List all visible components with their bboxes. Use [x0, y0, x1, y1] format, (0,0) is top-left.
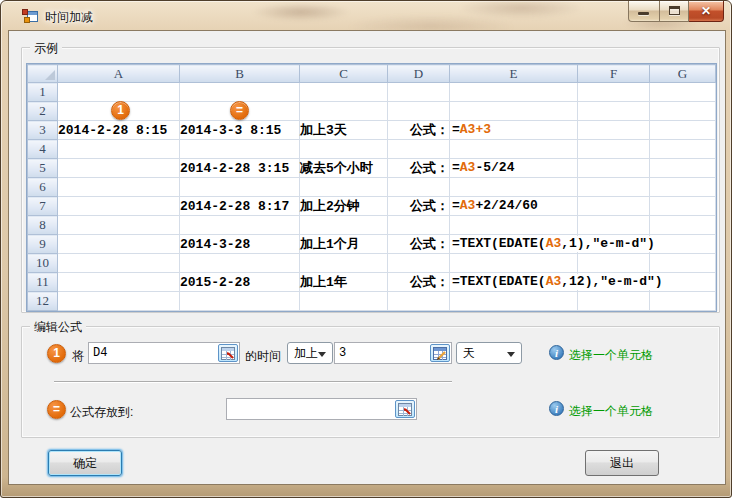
grid-cell — [650, 159, 716, 178]
pick-target-cell-button[interactable] — [395, 400, 415, 418]
edit-formula-group: 编辑公式 1 将 的时间 加上 — [21, 326, 720, 438]
ok-button[interactable]: 确定 — [48, 450, 122, 476]
cell-b11: 2015-2-28 — [180, 273, 300, 292]
select-all-icon — [45, 70, 55, 80]
grid-cell — [388, 178, 450, 197]
grid-cell — [650, 216, 716, 235]
row-header-11: 11 — [28, 273, 58, 292]
cell-c7: 加上2分钟 — [300, 197, 388, 216]
divider — [54, 381, 452, 383]
grid-cell — [300, 292, 388, 311]
cell-d9: 公式： — [388, 235, 450, 254]
step1-marker-icon: 1 — [47, 344, 66, 363]
grid-cell — [58, 254, 180, 273]
grid-cell — [650, 178, 716, 197]
grid-cell — [180, 292, 300, 311]
grid-cell — [58, 140, 180, 159]
row-header-1: 1 — [28, 83, 58, 102]
row-header-6: 6 — [28, 178, 58, 197]
grid-cell — [58, 159, 180, 178]
col-header-g: G — [650, 65, 716, 83]
row-header-7: 7 — [28, 197, 58, 216]
grid-cell — [58, 197, 180, 216]
chevron-down-icon — [507, 352, 515, 357]
close-button[interactable]: ✕ — [689, 1, 724, 22]
grid-cell — [300, 254, 388, 273]
cell-ref-input[interactable] — [89, 343, 217, 363]
amount-input[interactable] — [335, 343, 429, 363]
caption-buttons: ✕ — [628, 1, 724, 22]
pick-cell-hint: 选择一个单元格 — [569, 403, 653, 420]
row-header-8: 8 — [28, 216, 58, 235]
col-header-c: C — [300, 65, 388, 83]
grid-cell — [578, 83, 650, 102]
grid-red-arrow-icon — [398, 403, 412, 416]
cell-e5: =A3-5/24 — [450, 159, 578, 178]
grid-cell — [650, 235, 716, 254]
cell-a3: 2014-2-28 8:15 — [58, 121, 180, 140]
target-cell-field — [226, 398, 417, 420]
take-label: 将 — [72, 348, 84, 365]
unit-select[interactable]: 天 — [456, 342, 522, 364]
info-icon: i — [549, 345, 564, 360]
row-header-4: 4 — [28, 140, 58, 159]
target-cell-input[interactable] — [227, 399, 394, 419]
grid-cell — [578, 292, 650, 311]
grid-cell — [450, 83, 578, 102]
row-header-2: 2 — [28, 102, 58, 121]
grid-cell — [450, 178, 578, 197]
grid-cell — [58, 292, 180, 311]
grid-red-arrow-icon — [221, 347, 235, 360]
grid-cell — [300, 216, 388, 235]
pick-cell-button[interactable] — [218, 344, 238, 362]
cell-c5: 减去5个小时 — [300, 159, 388, 178]
grid-cell — [450, 292, 578, 311]
grid-cell — [578, 140, 650, 159]
cell-b7: 2014-2-28 8:17 — [180, 197, 300, 216]
grid-cell — [58, 216, 180, 235]
titlebar-glass-texture — [1, 1, 731, 31]
app-icon — [22, 9, 38, 25]
grid-cell — [388, 102, 450, 121]
cell-b10 — [180, 254, 300, 273]
grid-cell — [450, 140, 578, 159]
row-header-9: 9 — [28, 235, 58, 254]
grid-cell — [650, 292, 716, 311]
row-header-5: 5 — [28, 159, 58, 178]
col-header-b: B — [180, 65, 300, 83]
example-group-label: 示例 — [30, 40, 62, 57]
grid-cell — [450, 102, 578, 121]
grid-cell — [388, 140, 450, 159]
pick-cell-hint: 选择一个单元格 — [569, 347, 653, 364]
grid-cell — [58, 83, 180, 102]
grid-cell — [58, 235, 180, 254]
cell-c11: 加上1年 — [300, 273, 388, 292]
grid-cell — [300, 140, 388, 159]
minimize-button[interactable] — [628, 1, 659, 22]
cell-e11: =TEXT(EDATE(A3,12),"e-m-d") — [450, 273, 578, 292]
grid-cell — [388, 216, 450, 235]
source-marker-icon: 1 — [111, 101, 130, 120]
col-header-d: D — [388, 65, 450, 83]
grid-cell — [650, 197, 716, 216]
grid-cell — [450, 254, 578, 273]
cell-d5: 公式： — [388, 159, 450, 178]
cell-e9: =TEXT(EDATE(A3,1),"e-m-d") — [450, 235, 578, 254]
grid-cell — [58, 178, 180, 197]
cell-b9: 2014-3-28 — [180, 235, 300, 254]
grid-cell — [388, 83, 450, 102]
col-header-f: F — [578, 65, 650, 83]
dialog-window: 时间加减 ✕ 示例 A B C D — [0, 0, 732, 498]
cell-b8 — [180, 216, 300, 235]
info-icon: i — [549, 401, 564, 416]
grid-pencil-icon — [433, 347, 447, 360]
operation-select[interactable]: 加上 — [287, 342, 333, 364]
cell-d3: 公式： — [388, 121, 450, 140]
maximize-button[interactable] — [659, 1, 689, 22]
exit-button[interactable]: 退出 — [585, 450, 659, 476]
cell-b4 — [180, 140, 300, 159]
result-marker-icon: = — [230, 101, 249, 120]
grid-cell — [578, 197, 650, 216]
grid-cell — [650, 140, 716, 159]
edit-amount-button[interactable] — [430, 344, 450, 362]
